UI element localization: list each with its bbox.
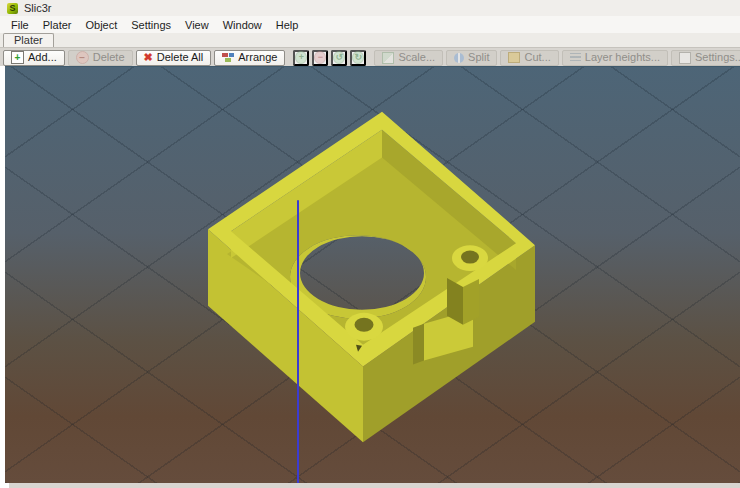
delete-icon: − — [76, 51, 89, 64]
delete-all-button[interactable]: ✖ Delete All — [136, 50, 212, 66]
delete-button: − Delete — [68, 50, 133, 66]
scale-icon — [382, 52, 394, 64]
menu-file[interactable]: File — [4, 18, 36, 32]
3d-viewport[interactable] — [5, 66, 740, 483]
arrange-button[interactable]: Arrange — [214, 50, 285, 66]
scale-button: Scale... — [374, 50, 443, 66]
layer-heights-label: Layer heights... — [585, 52, 660, 63]
add-button[interactable]: + Add... — [3, 50, 65, 66]
cut-label: Cut... — [524, 52, 550, 63]
rotate-cw-button: ↻ — [350, 50, 366, 66]
split-button: Split — [446, 50, 497, 66]
rotate-ccw-button: ↺ — [331, 50, 347, 66]
boss-hole-top-right — [461, 251, 479, 264]
tab-plater[interactable]: Plater — [3, 33, 54, 47]
menu-help[interactable]: Help — [269, 18, 306, 32]
menu-settings[interactable]: Settings — [124, 18, 178, 32]
delete-all-label: Delete All — [157, 52, 203, 63]
add-label: Add... — [28, 52, 57, 63]
model-notch-face — [413, 324, 424, 365]
add-icon: + — [11, 51, 24, 64]
rotate-cw-icon: ↻ — [352, 51, 364, 64]
settings-label: Settings... — [695, 52, 740, 63]
plater-toolbar: + Add... − Delete ✖ Delete All Arrange + — [0, 47, 740, 67]
arrange-icon — [222, 52, 234, 63]
tab-bar: Plater — [0, 33, 740, 47]
model-canvas — [5, 67, 740, 483]
bottom-strip — [0, 483, 740, 488]
scale-label: Scale... — [398, 52, 435, 63]
delete-label: Delete — [93, 52, 125, 63]
model-slot-right-face — [463, 279, 479, 325]
menu-object[interactable]: Object — [78, 18, 124, 32]
arrange-label: Arrange — [238, 52, 277, 63]
menu-view[interactable]: View — [178, 18, 216, 32]
settings-icon — [679, 52, 691, 64]
decrease-copies-button: − — [312, 50, 328, 66]
layer-heights-icon — [570, 53, 581, 62]
window-title: Slic3r — [24, 2, 52, 14]
layer-heights-button: Layer heights... — [562, 50, 668, 66]
delete-all-icon: ✖ — [144, 52, 153, 63]
increase-copies-button: + — [293, 50, 309, 66]
slic3r-window: S Slic3r File Plater Object Settings Vie… — [0, 0, 740, 488]
split-icon — [454, 53, 464, 63]
menu-window[interactable]: Window — [216, 18, 269, 32]
title-bar: S Slic3r — [0, 0, 740, 16]
increase-copies-icon: + — [295, 51, 307, 64]
cut-button: Cut... — [500, 50, 558, 66]
decrease-copies-icon: − — [314, 51, 326, 64]
boss-hole-bottom-left — [355, 318, 374, 332]
cut-icon — [508, 52, 520, 63]
viewport-area — [0, 66, 740, 488]
stl-model[interactable] — [208, 112, 535, 442]
menu-bar: File Plater Object Settings View Window … — [0, 16, 740, 33]
settings-button: Settings... — [671, 50, 740, 66]
resize-corner — [0, 483, 9, 488]
menu-plater[interactable]: Plater — [36, 18, 79, 32]
split-label: Split — [468, 52, 489, 63]
slic3r-logo-icon: S — [7, 3, 18, 14]
rotate-ccw-icon: ↺ — [333, 51, 345, 64]
